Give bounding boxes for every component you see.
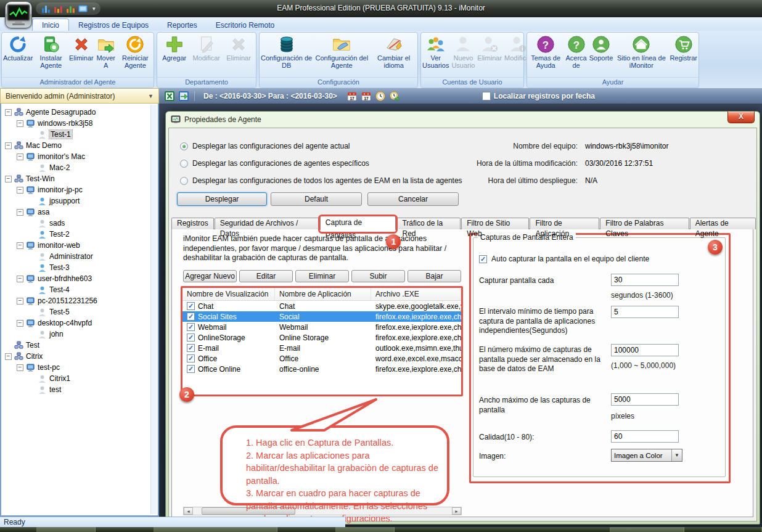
- tree-item-pc-201512231256[interactable]: −pc-201512231256: [1, 295, 158, 306]
- tree-item-mac-demo[interactable]: −Mac Demo: [1, 140, 158, 151]
- agregar-button[interactable]: Agregar: [161, 34, 187, 62]
- expander-icon[interactable]: −: [17, 187, 23, 194]
- cancel-button[interactable]: Cancelar: [367, 192, 459, 206]
- tree-item-agente-desagrupado[interactable]: −Agente Desagrupado: [1, 107, 158, 118]
- expander-icon[interactable]: −: [17, 298, 23, 305]
- configuracion-de-db-button[interactable]: Configuración de DB: [260, 34, 313, 70]
- cambiar-el-idioma-button[interactable]: Cambiar el idioma: [370, 34, 417, 70]
- row-checkbox[interactable]: ✓: [187, 302, 195, 310]
- taskbar-segment[interactable]: [336, 527, 395, 532]
- eliminar-button[interactable]: Eliminar: [68, 34, 95, 62]
- expander-icon[interactable]: −: [17, 320, 23, 327]
- edit-button[interactable]: Editar: [239, 270, 293, 282]
- expander-icon[interactable]: −: [17, 364, 23, 371]
- taskbar-segment[interactable]: [0, 527, 37, 532]
- radio-button-selected[interactable]: [180, 142, 188, 150]
- radio-all-agents[interactable]: Desplegar las configuraciones de todos l…: [180, 176, 462, 185]
- max-screenshots-input[interactable]: [611, 344, 679, 356]
- radio-specific-agents[interactable]: Desplegar las configuraciones de agentes…: [180, 159, 369, 168]
- dialog-tab-filtro-de-sitio-web[interactable]: Filtro de Sitio Web: [461, 218, 529, 229]
- dialog-tab-trafico-de-la-red[interactable]: Tráfico de la Red: [396, 218, 461, 229]
- taskbar-segment[interactable]: [96, 527, 154, 532]
- auto-capture-checkbox[interactable]: ✓: [479, 255, 487, 263]
- tree-item-sads[interactable]: sads: [1, 218, 158, 229]
- dialog-tab-filtro-de-aplicacion[interactable]: Filtro de Aplicación: [530, 218, 599, 229]
- column-header-nombre-de-visualizacion[interactable]: Nombre de Visualización: [182, 288, 275, 300]
- tree-item-citrix[interactable]: −Citrix: [1, 351, 158, 362]
- calendar-from-icon[interactable]: 17: [346, 91, 358, 102]
- image-color-dropdown[interactable]: Imagen a Color ▼: [611, 449, 682, 462]
- table-row[interactable]: ✓Social SitesSocialfirefox.exe,iexplore.…: [182, 311, 461, 322]
- temas-de-ayuda-button[interactable]: ?Temas de Ayuda: [527, 34, 564, 70]
- expander-icon[interactable]: −: [17, 276, 23, 282]
- tree-item-jpsupport[interactable]: jpsupport: [1, 195, 158, 207]
- tree-item-john[interactable]: john: [1, 329, 158, 340]
- quality-input[interactable]: [611, 430, 679, 443]
- default-button[interactable]: Default: [271, 192, 362, 206]
- screen-monitor-icon[interactable]: [78, 4, 88, 14]
- tree-item-test-win[interactable]: −Test-Win: [1, 173, 158, 184]
- report-chart-blue-icon[interactable]: [41, 4, 51, 14]
- app-menu-button[interactable]: [5, 1, 32, 28]
- clock-icon[interactable]: [375, 91, 386, 102]
- tree-item-test[interactable]: test: [1, 384, 158, 395]
- tree-item-test-pc[interactable]: −test-pc: [1, 362, 158, 373]
- sitio-en-linea-de-imonitor-button[interactable]: Sitio en línea de iMonitor: [614, 34, 668, 70]
- registrar-button[interactable]: Registrar: [668, 34, 698, 62]
- row-checkbox[interactable]: ✓: [187, 334, 195, 342]
- report-chart-red-icon[interactable]: [53, 4, 63, 14]
- expander-icon[interactable]: −: [5, 176, 12, 182]
- instalar-agente-button[interactable]: Instalar Agente: [34, 34, 68, 70]
- table-row[interactable]: ✓ChatChatskype.exe,googletalk.exe,yal: [182, 301, 461, 311]
- row-checkbox[interactable]: ✓: [187, 344, 195, 352]
- dialog-tab-filtro-de-palabras-claves[interactable]: Filtro de Palabras Claves: [600, 218, 689, 229]
- table-row[interactable]: ✓E-mailE-mailoutlook.exe,msimn.exe,thunc: [182, 343, 461, 353]
- tree-item-desktop-c4hvpfd[interactable]: −desktop-c4hvpfd: [1, 317, 158, 329]
- taskbar-segment[interactable]: [610, 527, 684, 532]
- taskbar-segment[interactable]: [684, 527, 762, 532]
- min-interval-input[interactable]: [611, 306, 679, 318]
- row-checkbox[interactable]: ✓: [187, 365, 195, 373]
- calendar-to-icon[interactable]: 17: [361, 91, 372, 102]
- deploy-button[interactable]: Desplegar: [177, 192, 267, 206]
- dialog-title-bar[interactable]: Propiedades de Agente: [166, 112, 760, 128]
- dialog-tab-seguridad-de-archivos-datos[interactable]: Seguridad de Archivos / Datos: [215, 218, 319, 229]
- tree-item-test-3[interactable]: Test-3: [1, 262, 158, 273]
- table-row[interactable]: ✓OfficeOfficeword.exe,excel.exe,msacces: [182, 353, 461, 364]
- report-chart-orange-icon[interactable]: [65, 4, 76, 14]
- tree-item-test-1[interactable]: Test-1: [1, 129, 158, 140]
- tree-item-user-bfrdhhe603[interactable]: −user-bfrdhhe603: [1, 273, 158, 284]
- row-checkbox[interactable]: ✓: [187, 354, 195, 362]
- dialog-tab-alertas-de-agente[interactable]: Alertas de Agente: [690, 218, 756, 229]
- row-checkbox[interactable]: ✓: [187, 323, 195, 331]
- tree-item-imonitor-web[interactable]: −imonitor-web: [1, 240, 158, 251]
- qat-dropdown-caret-icon[interactable]: ▾: [92, 6, 96, 12]
- table-row[interactable]: ✓Office Onlineoffice-onlinefirefox.exe,i…: [182, 364, 461, 374]
- tree-item-imonitor-s-mac[interactable]: −imonitor's Mac: [1, 151, 158, 162]
- scroll-right-arrow[interactable]: ►: [452, 507, 461, 515]
- clock-go-icon[interactable]: [389, 91, 400, 102]
- expander-icon[interactable]: −: [5, 353, 12, 360]
- dialog-tab-registros[interactable]: Registros: [171, 218, 214, 229]
- configuracion-del-agente-button[interactable]: Configuración del Agente: [313, 34, 370, 70]
- table-row[interactable]: ✓OnlineStorageOnline Storagefirefox.exe,…: [182, 332, 461, 343]
- tree-item-citrix1[interactable]: Citrix1: [1, 373, 158, 384]
- ribbon-tab-inicio[interactable]: Inicio: [32, 18, 69, 31]
- taskbar-segment[interactable]: [277, 527, 336, 532]
- taskbar-segment[interactable]: [154, 527, 277, 532]
- delete-button[interactable]: Eliminar: [295, 270, 349, 282]
- ver-usuarios-button[interactable]: Ver Usuarios: [421, 34, 450, 70]
- column-header-archivo-exe[interactable]: Archivo .EXE: [371, 288, 461, 300]
- tree-scrollbar[interactable]: [150, 105, 157, 514]
- tree-item-test-4[interactable]: Test-4: [1, 284, 158, 295]
- max-width-input[interactable]: [611, 393, 679, 406]
- reiniciar-agente-button[interactable]: Reiniciar Agente: [117, 34, 154, 70]
- taskbar-segment[interactable]: [395, 527, 610, 532]
- expander-icon[interactable]: −: [17, 209, 23, 216]
- tree-item-test[interactable]: Test: [1, 340, 158, 351]
- taskbar-segment[interactable]: [37, 527, 96, 532]
- auto-capture-checkbox-row[interactable]: ✓ Auto capturar la pantalla en el equipo…: [479, 255, 649, 263]
- welcome-user-dropdown[interactable]: Bienvenido admin (Administrator) ▼: [0, 88, 159, 104]
- radio-button[interactable]: [180, 177, 188, 185]
- tree-item-mac-2[interactable]: Mac-2: [1, 162, 158, 173]
